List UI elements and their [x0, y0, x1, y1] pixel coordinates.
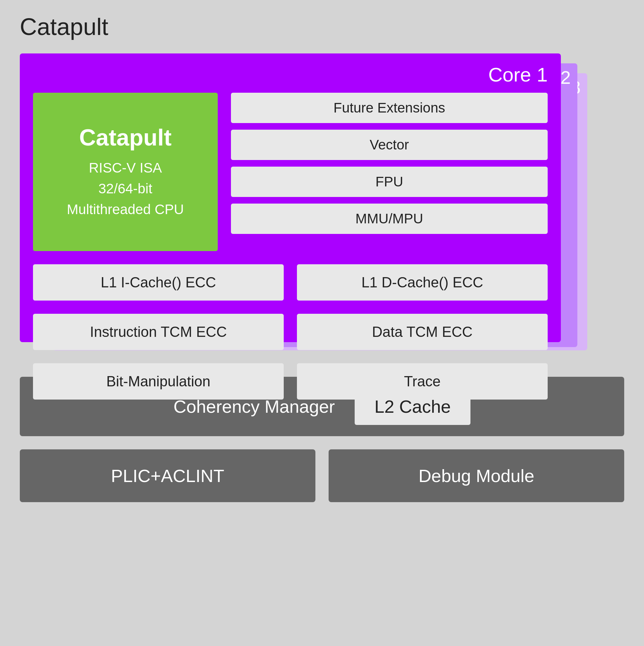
feature-vector: Vector — [231, 130, 548, 160]
feature-mmu-mpu: MMU/MPU — [231, 204, 548, 234]
l1-icache-box: L1 I-Cache() ECC — [33, 264, 284, 301]
cores-stack: 8 2 Core 1 Catapult RISC-V ISA 32/64-bit… — [20, 53, 597, 357]
catapult-box: Catapult RISC-V ISA 32/64-bit Multithrea… — [33, 93, 218, 251]
debug-box: Debug Module — [329, 449, 624, 502]
core-2-label: 2 — [560, 67, 571, 88]
core-1-label: Core 1 — [33, 63, 548, 86]
feature-fpu: FPU — [231, 167, 548, 197]
page-title: Catapult — [0, 0, 644, 47]
debug-label: Debug Module — [418, 465, 534, 486]
catapult-title: Catapult — [79, 124, 172, 151]
bit-manipulation-box: Bit-Manipulation — [33, 363, 284, 400]
feature-future-extensions: Future Extensions — [231, 93, 548, 123]
trace-box: Trace — [297, 363, 548, 400]
l1-dcache-box: L1 D-Cache() ECC — [297, 264, 548, 301]
data-tcm-box: Data TCM ECC — [297, 314, 548, 350]
plic-label: PLIC+ACLINT — [111, 465, 224, 486]
instruction-tcm-box: Instruction TCM ECC — [33, 314, 284, 350]
plic-box: PLIC+ACLINT — [20, 449, 315, 502]
catapult-subtitle: RISC-V ISA 32/64-bit Multithreaded CPU — [67, 157, 184, 220]
core-1-layer: Core 1 Catapult RISC-V ISA 32/64-bit Mul… — [20, 53, 561, 342]
